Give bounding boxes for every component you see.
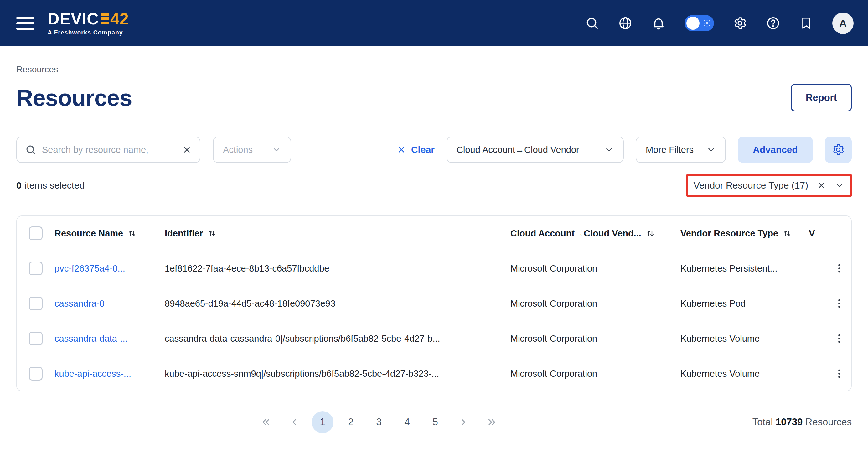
identifier-cell: kube-api-access-snm9q|/subscriptions/b6f… <box>165 369 510 379</box>
cloud-vendor-filter-dropdown[interactable]: Cloud Account→Cloud Vendor <box>446 136 624 163</box>
select-all-checkbox[interactable] <box>29 226 42 240</box>
help-icon[interactable] <box>766 16 780 30</box>
table-row: cassandra-0 8948ae65-d19a-44d5-ac48-18fe… <box>17 286 851 321</box>
page-button-3[interactable]: 3 <box>368 411 390 433</box>
search-box <box>16 136 200 163</box>
clear-filters-button[interactable]: Clear <box>397 144 435 155</box>
identifier-cell: 8948ae65-d19a-44d5-ac48-18fe09073e93 <box>165 299 510 309</box>
vendor-resource-type-cell: Kubernetes Persistent... <box>680 264 809 274</box>
next-page-icon[interactable] <box>453 411 474 433</box>
cloud-account-cell: Microsoft Corporation <box>510 299 680 309</box>
row-checkbox[interactable] <box>29 367 42 380</box>
table-row: cassandra-data-... cassandra-data-cassan… <box>17 321 851 356</box>
advanced-button[interactable]: Advanced <box>738 136 813 163</box>
logo-text-42: 42 <box>110 11 129 27</box>
row-checkbox[interactable] <box>29 262 42 275</box>
row-actions-kebab-icon[interactable] <box>834 368 845 379</box>
cloud-account-cell: Microsoft Corporation <box>510 369 680 379</box>
pager: 1 2 3 4 5 <box>255 411 503 433</box>
sun-icon <box>703 19 711 28</box>
theme-toggle[interactable] <box>684 15 714 31</box>
notifications-bell-icon[interactable] <box>651 16 666 30</box>
search-icon[interactable] <box>585 16 599 30</box>
chevron-down-icon <box>272 145 281 154</box>
clear-label: Clear <box>411 144 435 155</box>
logo-tagline: A Freshworks Company <box>48 29 129 36</box>
settings-gear-icon[interactable] <box>733 16 747 30</box>
resource-name-link[interactable]: pvc-f26375a4-0... <box>55 264 165 274</box>
selection-bar: 0items selected Vendor Resource Type (17… <box>16 171 852 200</box>
row-checkbox[interactable] <box>29 297 42 310</box>
more-filters-dropdown[interactable]: More Filters <box>636 136 726 163</box>
first-page-icon[interactable] <box>255 411 277 433</box>
search-input[interactable] <box>42 145 177 155</box>
vendor-resource-type-cell: Kubernetes Volume <box>680 369 809 379</box>
vendor-resource-type-filter-chip[interactable]: Vendor Resource Type (17) <box>693 180 844 191</box>
vendor-resource-type-cell: Kubernetes Volume <box>680 334 809 344</box>
bookmark-icon[interactable] <box>799 16 813 30</box>
title-row: Resources Report <box>16 84 852 112</box>
filter-chip-label: Vendor Resource Type (17) <box>693 180 808 191</box>
globe-icon[interactable] <box>618 16 632 30</box>
resource-name-link[interactable]: cassandra-0 <box>55 299 165 309</box>
search-clear-icon[interactable] <box>182 145 192 154</box>
column-header-truncated[interactable]: V <box>809 228 827 239</box>
row-actions-kebab-icon[interactable] <box>834 263 845 274</box>
navbar-actions: A <box>585 12 854 34</box>
sort-icon[interactable] <box>782 228 792 238</box>
selected-count: 0 <box>16 180 22 190</box>
page-title: Resources <box>16 85 132 111</box>
logo-text-devic: DEVIC <box>48 11 99 27</box>
avatar-initial: A <box>839 18 846 29</box>
avatar[interactable]: A <box>832 12 854 34</box>
filter-chip-chevron-down-icon[interactable] <box>835 180 844 190</box>
page-button-1[interactable]: 1 <box>312 411 334 433</box>
table-row: pvc-f26375a4-0... 1ef81622-7faa-4ece-8b1… <box>17 250 851 286</box>
clear-x-icon <box>397 145 406 154</box>
top-navbar: DEVIC 42 A Freshworks Company <box>0 0 868 47</box>
actions-dropdown[interactable]: Actions <box>213 136 291 163</box>
column-header-resource-name[interactable]: Resource Name <box>55 228 165 239</box>
last-page-icon[interactable] <box>480 411 503 433</box>
pagination-bar: 1 2 3 4 5 Total 10739 Resources <box>0 411 868 433</box>
search-icon <box>25 144 36 155</box>
filter-toolbar: Actions Clear Cloud Account→Cloud Vendor… <box>16 136 852 163</box>
sort-icon[interactable] <box>127 228 137 238</box>
breadcrumb[interactable]: Resources <box>16 64 58 74</box>
total-suffix: Resources <box>805 417 852 428</box>
row-actions-kebab-icon[interactable] <box>834 298 845 309</box>
logo-e-icon <box>100 13 109 24</box>
filter-toolbar-right: Clear Cloud Account→Cloud Vendor More Fi… <box>397 136 852 163</box>
resource-name-link[interactable]: cassandra-data-... <box>55 334 165 344</box>
column-header-cloud-account[interactable]: Cloud Account→Cloud Vend... <box>510 228 680 239</box>
page-button-2[interactable]: 2 <box>340 411 362 433</box>
report-button[interactable]: Report <box>791 84 852 112</box>
filter-chip-remove-icon[interactable] <box>816 180 826 190</box>
selected-label: items selected <box>25 180 85 190</box>
sort-icon[interactable] <box>646 228 655 238</box>
page-button-4[interactable]: 4 <box>396 411 418 433</box>
page-button-5[interactable]: 5 <box>424 411 446 433</box>
more-filters-label: More Filters <box>646 145 693 155</box>
annotation-highlight-red-box: Vendor Resource Type (17) <box>686 174 852 197</box>
hamburger-menu-icon[interactable] <box>16 17 34 30</box>
table-settings-gear-icon[interactable] <box>825 136 852 163</box>
device42-logo[interactable]: DEVIC 42 A Freshworks Company <box>48 11 129 36</box>
chevron-down-icon <box>706 145 716 154</box>
sort-icon[interactable] <box>207 228 217 238</box>
table-header-row: Resource Name Identifier Cloud Account→C… <box>17 216 851 250</box>
total-label: Total <box>752 417 773 428</box>
row-checkbox[interactable] <box>29 332 42 345</box>
previous-page-icon[interactable] <box>283 411 305 433</box>
column-header-vendor-resource-type[interactable]: Vendor Resource Type <box>680 228 809 239</box>
resources-table: Resource Name Identifier Cloud Account→C… <box>16 215 852 392</box>
total-count: 10739 <box>776 417 803 428</box>
row-actions-kebab-icon[interactable] <box>834 333 845 344</box>
column-header-identifier[interactable]: Identifier <box>165 228 510 239</box>
cloud-account-cell: Microsoft Corporation <box>510 334 680 344</box>
identifier-cell: cassandra-data-cassandra-0|/subscription… <box>165 334 510 344</box>
resource-name-link[interactable]: kube-api-access-... <box>55 369 165 379</box>
cloud-vendor-filter-label: Cloud Account→Cloud Vendor <box>457 145 579 155</box>
cloud-account-cell: Microsoft Corporation <box>510 264 680 274</box>
table-row: kube-api-access-... kube-api-access-snm9… <box>17 356 851 391</box>
